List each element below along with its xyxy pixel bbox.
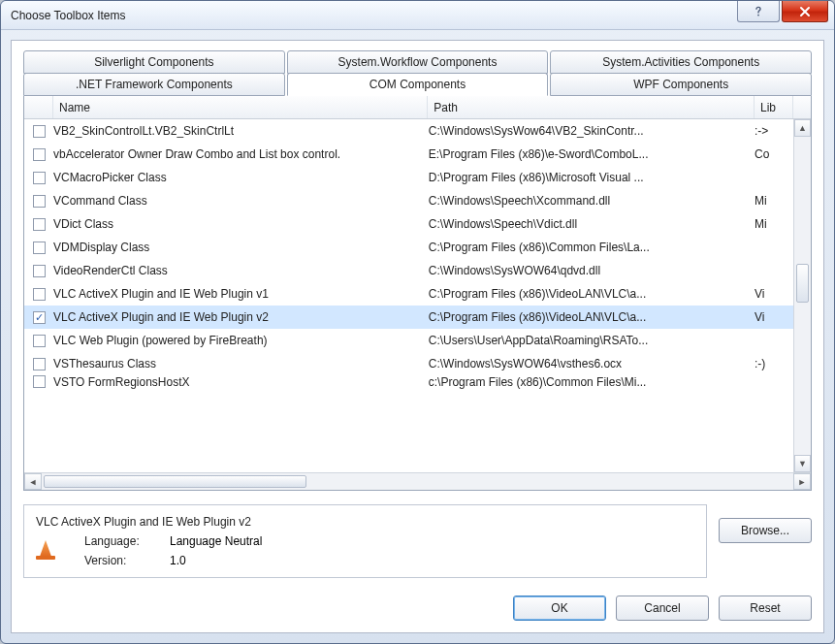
row-path: c:\Program Files (x86)\Common Files\Mi..… xyxy=(429,375,755,389)
table-row[interactable]: vbAccelerator Owner Draw Combo and List … xyxy=(24,143,793,166)
scroll-up-button[interactable]: ▲ xyxy=(794,119,811,137)
row-checkbox-cell xyxy=(24,195,53,208)
table-row[interactable]: VDict ClassC:\Windows\Speech\Vdict.dllMi xyxy=(24,212,793,236)
table-row[interactable]: VCMacroPicker ClassD:\Program Files (x86… xyxy=(24,166,793,189)
table-row[interactable]: VDMDisplay ClassC:\Program Files (x86)\C… xyxy=(24,236,793,259)
scroll-thumb-horizontal[interactable] xyxy=(44,475,306,488)
row-lib: Vi xyxy=(755,287,793,301)
component-grid: Name Path Lib VB2_SkinControlLt.VB2_Skin… xyxy=(23,96,812,491)
grid-body: VB2_SkinControlLt.VB2_SkinCtrlLtC:\Windo… xyxy=(24,119,811,472)
svg-point-0 xyxy=(757,14,759,16)
row-checkbox[interactable] xyxy=(33,242,46,254)
table-row[interactable]: VSThesaurus ClassC:\Windows\SysWOW64\vst… xyxy=(24,352,793,375)
row-name: VLC ActiveX Plugin and IE Web Plugin v1 xyxy=(53,287,429,301)
language-label: Language: xyxy=(84,534,152,548)
row-checkbox-cell xyxy=(24,358,53,370)
help-button[interactable] xyxy=(737,1,780,22)
row-name: VLC Web Plugin (powered by FireBreath) xyxy=(53,334,429,347)
column-path[interactable]: Path xyxy=(428,96,755,118)
dialog-body: Silverlight Components System.Workflow C… xyxy=(11,40,824,633)
row-name: VCommand Class xyxy=(53,194,429,208)
row-checkbox[interactable] xyxy=(33,375,46,388)
cancel-button[interactable]: Cancel xyxy=(616,596,709,621)
table-row[interactable]: VLC ActiveX Plugin and IE Web Plugin v1C… xyxy=(24,282,793,306)
row-path: C:\Windows\SysWOW64\qdvd.dll xyxy=(429,264,755,277)
table-row[interactable]: VLC ActiveX Plugin and IE Web Plugin v2C… xyxy=(24,306,793,329)
horizontal-scrollbar[interactable]: ◄ ► xyxy=(24,472,811,490)
ok-button[interactable]: OK xyxy=(513,596,606,621)
browse-button[interactable]: Browse... xyxy=(719,518,812,543)
column-check[interactable] xyxy=(24,96,53,118)
row-path: C:\Program Files (x86)\VideoLAN\VLC\a... xyxy=(429,310,755,324)
tab-silverlight[interactable]: Silverlight Components xyxy=(23,50,285,74)
vertical-scrollbar[interactable]: ▲ ▼ xyxy=(793,119,811,472)
browse-area: Browse... xyxy=(719,504,812,543)
row-checkbox[interactable] xyxy=(33,172,46,184)
row-path: C:\Windows\SysWow64\VB2_SkinContr... xyxy=(429,124,755,138)
scroll-right-button[interactable]: ► xyxy=(793,473,811,490)
tab-com[interactable]: COM Components xyxy=(287,73,549,96)
row-checkbox-cell xyxy=(24,218,53,231)
row-path: C:\Program Files (x86)\Common Files\La..… xyxy=(429,241,755,254)
row-name: vbAccelerator Owner Draw Combo and List … xyxy=(53,147,429,161)
row-checkbox-cell xyxy=(24,125,53,138)
column-name[interactable]: Name xyxy=(53,96,428,118)
row-name: VB2_SkinControlLt.VB2_SkinCtrlLt xyxy=(53,124,429,138)
row-name: VLC ActiveX Plugin and IE Web Plugin v2 xyxy=(53,310,429,324)
row-checkbox-cell xyxy=(24,335,53,347)
scroll-thumb-vertical[interactable] xyxy=(796,264,809,303)
tab-row-bottom: .NET Framework Components COM Components… xyxy=(23,73,812,96)
scroll-track-vertical[interactable] xyxy=(794,137,811,455)
row-path: E:\Program Files (x86)\e-Sword\ComboL... xyxy=(429,147,755,161)
row-checkbox[interactable] xyxy=(33,125,46,138)
tab-row-top: Silverlight Components System.Workflow C… xyxy=(23,50,812,74)
scroll-track-horizontal[interactable] xyxy=(42,473,793,490)
version-label: Version: xyxy=(84,554,152,567)
reset-button[interactable]: Reset xyxy=(719,596,812,621)
row-checkbox-cell xyxy=(24,375,53,388)
row-checkbox[interactable] xyxy=(33,288,46,301)
row-checkbox-cell xyxy=(24,172,53,184)
column-lib[interactable]: Lib xyxy=(755,96,793,118)
row-lib: Vi xyxy=(755,310,793,324)
table-row[interactable]: VCommand ClassC:\Windows\Speech\Xcommand… xyxy=(24,189,793,212)
tab-net-framework[interactable]: .NET Framework Components xyxy=(23,73,285,96)
titlebar: Choose Toolbox Items xyxy=(1,1,834,30)
row-checkbox[interactable] xyxy=(33,148,46,161)
details-panel: VLC ActiveX Plugin and IE Web Plugin v2 … xyxy=(23,504,707,578)
table-row[interactable]: VSTO FormRegionsHostXc:\Program Files (x… xyxy=(24,375,793,392)
grid-header: Name Path Lib xyxy=(24,96,811,119)
row-lib: Mi xyxy=(755,194,793,208)
scroll-left-button[interactable]: ◄ xyxy=(24,473,42,490)
row-name: VideoRenderCtl Class xyxy=(53,264,429,277)
row-checkbox[interactable] xyxy=(33,265,46,277)
scroll-down-button[interactable]: ▼ xyxy=(794,455,811,472)
help-icon xyxy=(753,6,764,17)
language-value: Language Neutral xyxy=(170,534,262,548)
row-lib: Mi xyxy=(755,217,793,231)
row-checkbox[interactable] xyxy=(33,358,46,370)
table-row[interactable]: VLC Web Plugin (powered by FireBreath)C:… xyxy=(24,329,793,352)
tab-wpf[interactable]: WPF Components xyxy=(550,73,812,96)
row-checkbox[interactable] xyxy=(33,311,46,324)
row-name: VDMDisplay Class xyxy=(53,241,429,254)
version-value: 1.0 xyxy=(170,554,186,567)
row-path: C:\Windows\Speech\Vdict.dll xyxy=(429,217,755,231)
tab-system-activities[interactable]: System.Activities Components xyxy=(550,50,812,74)
table-row[interactable]: VB2_SkinControlLt.VB2_SkinCtrlLtC:\Windo… xyxy=(24,119,793,143)
row-checkbox[interactable] xyxy=(33,218,46,231)
dialog-window: Choose Toolbox Items Silverlight Compone… xyxy=(0,0,835,644)
titlebar-buttons xyxy=(737,1,834,22)
tab-system-workflow[interactable]: System.Workflow Components xyxy=(287,50,549,74)
row-path: C:\Users\User\AppData\Roaming\RSATo... xyxy=(429,334,755,347)
row-checkbox-cell xyxy=(24,148,53,161)
close-button[interactable] xyxy=(782,1,828,22)
table-row[interactable]: VideoRenderCtl ClassC:\Windows\SysWOW64\… xyxy=(24,259,793,282)
row-name: VSTO FormRegionsHostX xyxy=(53,375,429,389)
row-checkbox[interactable] xyxy=(33,335,46,347)
details-area: VLC ActiveX Plugin and IE Web Plugin v2 … xyxy=(23,504,812,578)
row-path: C:\Program Files (x86)\VideoLAN\VLC\a... xyxy=(429,287,755,301)
row-checkbox-cell xyxy=(24,288,53,301)
row-checkbox[interactable] xyxy=(33,195,46,208)
row-name: VCMacroPicker Class xyxy=(53,171,429,184)
